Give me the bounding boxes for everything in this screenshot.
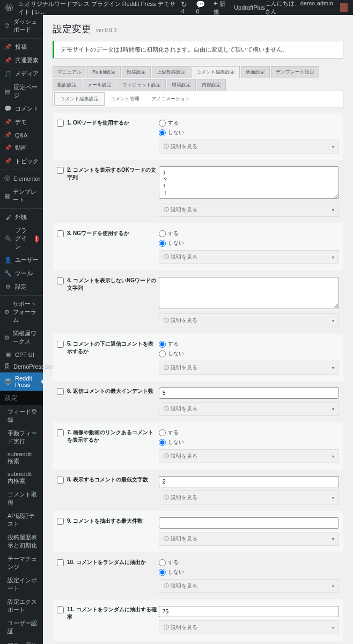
greeting[interactable]: こんにちは、demo-admin さん (265, 0, 337, 16)
info-toggle[interactable]: ⓘ 説明を見る (159, 402, 339, 416)
sidebar-item-demoserver[interactable]: 🗄DemoPressServer (0, 361, 43, 372)
sidebar-item-topic[interactable]: 📌トピック (0, 155, 43, 168)
new-content-link[interactable]: + 新規 (214, 0, 229, 16)
row-checkbox[interactable] (57, 341, 64, 348)
row-label: 5. コメントの下に返信コメントを表示するか (67, 340, 159, 355)
subtab[interactable]: コメント編集設定 (54, 92, 105, 106)
sidebar-sub-item[interactable]: 投稿履歴表示と初期化 (0, 531, 43, 552)
sidebar-sub-item[interactable]: API認証テスト (0, 509, 43, 531)
text-field[interactable] (159, 606, 339, 617)
sidebar-item-demo[interactable]: 📌デモ (0, 115, 43, 129)
tab[interactable]: 環境設定 (167, 79, 196, 91)
sidebar-item-pages[interactable]: ▤固定ページ (0, 80, 43, 102)
updates-link[interactable]: ↻ 4 (181, 1, 190, 14)
sidebar-item-reddit[interactable]: 👽Reddit Press (0, 372, 43, 391)
info-toggle[interactable]: ⓘ 説明を見る (159, 620, 339, 634)
radio-option[interactable]: する (159, 119, 339, 127)
textarea-field[interactable] (159, 166, 339, 199)
info-toggle[interactable]: ⓘ 説明を見る (159, 140, 339, 153)
tab[interactable]: Reddit設定 (87, 66, 121, 78)
sidebar-sub-item[interactable]: コメント取得 (0, 488, 43, 509)
wp-logo-icon[interactable]: ⓦ (5, 4, 13, 11)
main-content: 設定変更 ver.0.9.3 デモサイトのデータは1時間毎に初期化されます。自由… (43, 15, 353, 644)
radio-option[interactable]: しない (159, 129, 339, 136)
info-toggle[interactable]: ⓘ 説明を見る (159, 449, 339, 463)
sidebar-item-posts[interactable]: 📌投稿 (0, 40, 43, 54)
sidebar-sub-item[interactable]: テーマチェンジ (0, 552, 43, 574)
tab[interactable]: 表面設定 (241, 66, 270, 78)
info-toggle[interactable]: ⓘ 説明を見る (159, 491, 339, 504)
info-toggle[interactable]: ⓘ 説明を見る (159, 203, 339, 217)
subtab[interactable]: コメント管理 (105, 92, 145, 106)
avatar[interactable] (340, 3, 348, 12)
tab[interactable]: ウィジェット設定 (117, 79, 166, 91)
tab[interactable]: マニュアル (53, 66, 86, 78)
tab[interactable]: 翻訳設定 (53, 79, 82, 91)
tab[interactable]: 上級投稿設定 (152, 66, 190, 78)
sidebar-item-tools[interactable]: 🔧ツール (0, 267, 43, 280)
info-toggle[interactable]: ⓘ 説明を見る (159, 250, 339, 264)
row-checkbox[interactable] (57, 429, 64, 436)
sidebar-sub-item[interactable]: 設定インポート (0, 574, 43, 595)
radio-option[interactable]: しない (159, 239, 339, 247)
row-checkbox[interactable] (57, 559, 64, 566)
row-checkbox[interactable] (57, 230, 64, 237)
tab[interactable]: コメント編集設定 (192, 66, 240, 78)
info-toggle[interactable]: ⓘ 説明を見る (159, 313, 339, 327)
radio-option[interactable]: する (159, 230, 339, 237)
sidebar-item-support[interactable]: ⚙サポートフォーラム (0, 297, 43, 327)
radio-option[interactable]: する (159, 559, 339, 566)
row-checkbox[interactable] (57, 606, 64, 613)
row-checkbox[interactable] (57, 167, 64, 174)
sidebar-sub-item[interactable]: 設定エクスポート (0, 595, 43, 617)
text-field[interactable] (159, 387, 339, 399)
sidebar-item-comments[interactable]: 💬コメント (0, 102, 43, 115)
page-icon: ▤ (4, 88, 11, 95)
updraft-link[interactable]: UpdraftPlus (234, 4, 264, 11)
radio-option[interactable]: する (159, 340, 339, 348)
sidebar-item-dashboard[interactable]: ⏱ダッシュボード (0, 15, 43, 36)
row-label: 1. OKワードを使用するか (67, 119, 129, 127)
sidebar-item-users[interactable]: 👤ユーザー (0, 253, 43, 267)
sidebar-item-template[interactable]: ▦テンプレート (0, 185, 43, 207)
sidebar-sub-item[interactable]: subreddit検索 (0, 448, 43, 468)
site-home-link[interactable]: ⌂ オリジナルワードプレス プラグイン Reddit Press デモサイト |… (18, 0, 175, 16)
sidebar-item-cpt[interactable]: ▣CPT UI (0, 348, 43, 361)
sidebar-item-plugins[interactable]: 🔌プラグイン1 (0, 224, 43, 253)
radio-option[interactable]: する (159, 429, 339, 436)
sidebar-sub-item[interactable]: ユーザー認証 (0, 617, 43, 638)
text-field[interactable] (159, 517, 339, 529)
sidebar-item-video[interactable]: 📌動画 (0, 141, 43, 155)
sidebar-sub-item[interactable]: マニュアル (0, 638, 43, 644)
sidebar-item-qa[interactable]: 📌Q&A (0, 129, 43, 141)
textarea-field[interactable] (159, 277, 339, 309)
sidebar-item-related[interactable]: ⚙関根屋ワークス (0, 327, 43, 348)
sidebar-sub-item[interactable]: 手動フィード実行 (0, 427, 43, 448)
row-checkbox[interactable] (57, 277, 64, 284)
row-checkbox[interactable] (57, 518, 64, 525)
sidebar-sub-item[interactable]: フィード登録 (0, 405, 43, 427)
sidebar-sub-item[interactable]: subreddit内検索 (0, 468, 43, 488)
elementor-icon: ⓔ (4, 174, 10, 182)
sidebar-item-settings[interactable]: ⚙設定 (0, 280, 43, 294)
sidebar-item-elementor[interactable]: ⓔElementor (0, 172, 43, 185)
radio-option[interactable]: しない (159, 438, 339, 446)
tab[interactable]: テンプレート設定 (271, 66, 319, 78)
info-toggle[interactable]: ⓘ 説明を見る (159, 532, 339, 546)
comments-link[interactable]: 💬 0 (196, 1, 208, 14)
row-checkbox[interactable] (57, 388, 64, 395)
info-toggle[interactable]: ⓘ 説明を見る (159, 361, 339, 375)
tab[interactable]: 投稿設定 (122, 66, 151, 78)
row-checkbox[interactable] (57, 477, 64, 484)
tab[interactable]: メール設定 (83, 79, 116, 91)
info-toggle[interactable]: ⓘ 説明を見る (159, 579, 339, 593)
radio-option[interactable]: しない (159, 568, 339, 576)
tab[interactable]: 内部設定 (197, 79, 226, 91)
text-field[interactable] (159, 476, 339, 487)
sidebar-item-media[interactable]: 🎵メディア (0, 67, 43, 80)
row-checkbox[interactable] (57, 120, 64, 127)
subtab[interactable]: アノニメーション (145, 92, 196, 106)
sidebar-item-appearance[interactable]: 🖌外観 (0, 210, 43, 224)
sidebar-item-shared[interactable]: 📌共通要素 (0, 54, 43, 67)
radio-option[interactable]: しない (159, 350, 339, 357)
